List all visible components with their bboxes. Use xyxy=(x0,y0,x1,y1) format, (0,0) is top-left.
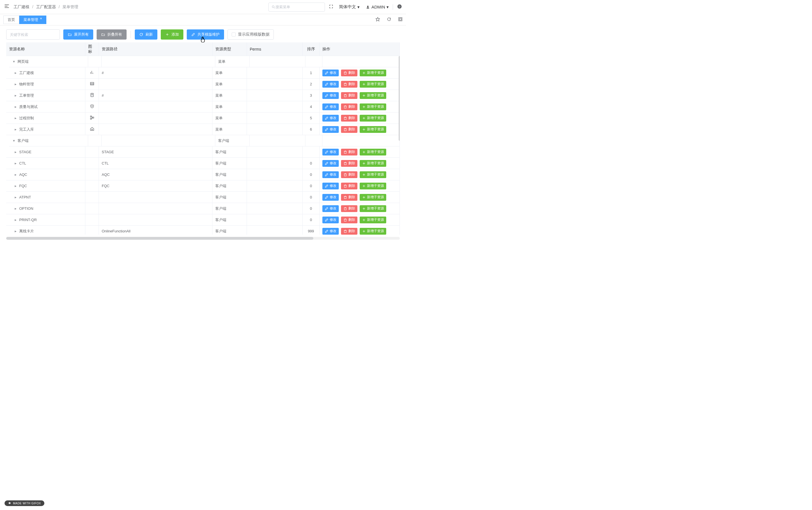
breadcrumb-item[interactable]: 工厂配置器 xyxy=(36,4,56,9)
edit-button[interactable]: 修改 xyxy=(322,171,339,178)
cell-name[interactable]: ▸物料管理 xyxy=(6,79,85,90)
chevron-right-icon[interactable]: ▸ xyxy=(13,229,18,233)
edit-button[interactable]: 修改 xyxy=(322,160,339,167)
maximize-icon[interactable] xyxy=(398,17,402,22)
delete-button[interactable]: 删除 xyxy=(341,81,357,88)
edit-button[interactable]: 修改 xyxy=(322,115,339,121)
add-button[interactable]: 添加 xyxy=(161,29,183,39)
scrollbar-thumb[interactable] xyxy=(399,56,400,141)
cell-name[interactable]: ▸OPTION xyxy=(6,203,85,214)
add-child-button[interactable]: 新增子资源 xyxy=(360,126,386,133)
add-child-button[interactable]: 新增子资源 xyxy=(360,149,386,155)
delete-button[interactable]: 删除 xyxy=(341,217,357,223)
keyword-search-input[interactable] xyxy=(6,29,60,39)
cell-name[interactable]: ▸STAGE xyxy=(6,146,85,158)
cell-name[interactable]: ▸AQC xyxy=(6,169,85,180)
star-icon[interactable] xyxy=(375,17,380,22)
language-dropdown[interactable]: 简体中文 ▾ xyxy=(339,4,360,9)
chevron-right-icon[interactable]: ▸ xyxy=(13,218,18,222)
edit-button[interactable]: 修改 xyxy=(322,126,339,133)
fullscreen-icon[interactable] xyxy=(329,4,333,10)
add-child-button[interactable]: 新增子资源 xyxy=(360,104,386,110)
delete-button[interactable]: 删除 xyxy=(341,126,357,133)
chevron-down-icon[interactable]: ▾ xyxy=(12,59,16,64)
edit-button[interactable]: 修改 xyxy=(322,228,339,235)
show-app-template-checkbox[interactable]: 显示应用模版数据 xyxy=(228,29,274,39)
refresh-button[interactable]: 刷新 xyxy=(135,29,157,39)
horizontal-scrollbar[interactable] xyxy=(6,237,400,240)
scrollbar-thumb[interactable] xyxy=(6,237,313,240)
chevron-right-icon[interactable]: ▸ xyxy=(13,71,18,75)
edit-button[interactable]: 修改 xyxy=(322,104,339,110)
cell-name[interactable]: ▸PRINT-QR xyxy=(6,214,85,226)
edit-button[interactable]: 修改 xyxy=(322,81,339,88)
chevron-right-icon[interactable]: ▸ xyxy=(13,161,18,165)
edit-button[interactable]: 修改 xyxy=(322,92,339,99)
add-child-button[interactable]: 新增子资源 xyxy=(360,160,386,167)
cell-name[interactable]: ▸完工入库 xyxy=(6,124,85,135)
cell-name[interactable]: ▸ATPNT xyxy=(6,192,85,203)
cell-name[interactable]: ▸过程控制 xyxy=(6,113,85,124)
tab-menu-management[interactable]: 菜单管理 ✕ xyxy=(19,16,46,24)
chevron-right-icon[interactable]: ▸ xyxy=(13,195,18,199)
tab-home[interactable]: 首页 xyxy=(3,16,19,24)
add-child-button[interactable]: 新增子资源 xyxy=(360,92,386,99)
header-search-input[interactable] xyxy=(275,5,323,9)
add-child-button[interactable]: 新增子资源 xyxy=(360,81,386,88)
chevron-right-icon[interactable]: ▸ xyxy=(13,206,18,210)
delete-button[interactable]: 删除 xyxy=(341,149,357,155)
add-child-button[interactable]: 新增子资源 xyxy=(360,194,386,201)
chevron-right-icon[interactable]: ▸ xyxy=(13,150,18,154)
add-child-button[interactable]: 新增子资源 xyxy=(360,228,386,235)
cell-name[interactable]: ▸质量与测试 xyxy=(6,101,85,113)
chevron-right-icon[interactable]: ▸ xyxy=(13,82,18,86)
edit-button[interactable]: 修改 xyxy=(322,194,339,201)
vertical-scrollbar[interactable] xyxy=(399,56,400,235)
cell-name[interactable]: ▸离线卡片 xyxy=(6,226,85,235)
add-child-button[interactable]: 新增子资源 xyxy=(360,69,386,76)
header-search[interactable] xyxy=(268,3,325,11)
refresh-icon[interactable] xyxy=(387,17,391,22)
chevron-right-icon[interactable]: ▸ xyxy=(13,116,18,120)
menu-toggle-icon[interactable] xyxy=(4,3,9,10)
delete-button[interactable]: 删除 xyxy=(341,205,357,212)
cell-name[interactable]: ▸工单管理 xyxy=(6,90,85,101)
delete-button[interactable]: 删除 xyxy=(341,171,357,178)
chevron-right-icon[interactable]: ▸ xyxy=(13,127,18,132)
expand-all-button[interactable]: 展开所有 xyxy=(63,29,93,39)
add-child-button[interactable]: 新增子资源 xyxy=(360,171,386,178)
chevron-right-icon[interactable]: ▸ xyxy=(13,184,18,188)
delete-button[interactable]: 删除 xyxy=(341,115,357,121)
delete-button[interactable]: 删除 xyxy=(341,69,357,76)
delete-button[interactable]: 删除 xyxy=(341,194,357,201)
edit-button[interactable]: 修改 xyxy=(322,205,339,212)
chevron-right-icon[interactable]: ▸ xyxy=(13,105,18,109)
chevron-down-icon[interactable]: ▾ xyxy=(12,139,16,143)
user-dropdown[interactable]: ADMIN ▾ xyxy=(366,4,389,9)
delete-button[interactable]: 删除 xyxy=(341,160,357,167)
edit-button[interactable]: 修改 xyxy=(322,69,339,76)
chevron-right-icon[interactable]: ▸ xyxy=(13,172,18,177)
chevron-right-icon[interactable]: ▸ xyxy=(13,93,18,97)
edit-button[interactable]: 修改 xyxy=(322,182,339,190)
share-template-button[interactable]: 共享模版维护 xyxy=(187,29,224,39)
delete-button[interactable]: 删除 xyxy=(341,228,357,235)
cell-name[interactable]: ▸工厂建模 xyxy=(6,67,85,79)
add-child-button[interactable]: 新增子资源 xyxy=(360,217,386,223)
cell-name[interactable]: ▾客户端 xyxy=(9,135,88,146)
close-icon[interactable]: ✕ xyxy=(40,17,42,20)
delete-button[interactable]: 删除 xyxy=(341,182,357,190)
add-child-button[interactable]: 新增子资源 xyxy=(360,205,386,212)
cell-name[interactable]: ▾网页端 xyxy=(9,56,88,67)
edit-button[interactable]: 修改 xyxy=(322,217,339,223)
cell-name[interactable]: ▸CTL xyxy=(6,158,85,169)
add-child-button[interactable]: 新增子资源 xyxy=(360,115,386,121)
delete-button[interactable]: 删除 xyxy=(341,104,357,110)
add-child-button[interactable]: 新增子资源 xyxy=(360,182,386,190)
cell-name[interactable]: ▸FQC xyxy=(6,180,85,192)
breadcrumb-item[interactable]: 工厂建模 xyxy=(13,4,29,9)
delete-button[interactable]: 删除 xyxy=(341,92,357,99)
edit-button[interactable]: 修改 xyxy=(322,149,339,155)
collapse-all-button[interactable]: 折叠所有 xyxy=(97,29,127,39)
help-icon[interactable]: ? xyxy=(397,4,402,10)
